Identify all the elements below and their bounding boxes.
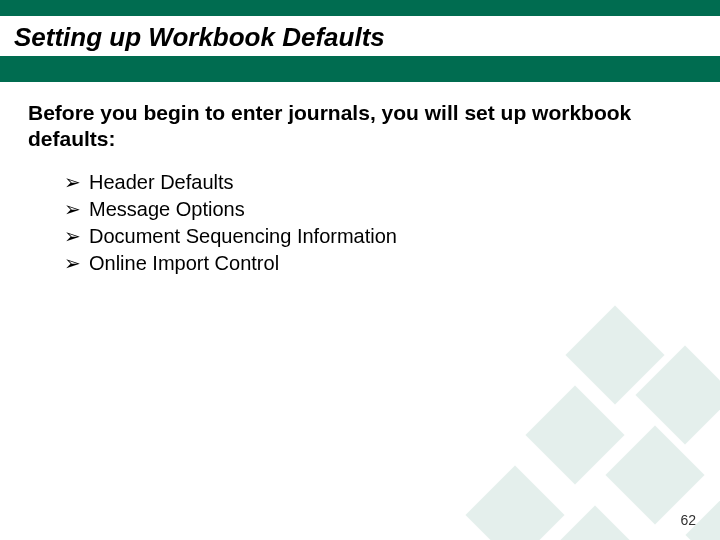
- bullet-text: Message Options: [89, 196, 245, 223]
- bullet-text: Document Sequencing Information: [89, 223, 397, 250]
- slide-title: Setting up Workbook Defaults: [14, 22, 385, 53]
- page-number: 62: [680, 512, 696, 528]
- background-pattern-icon: [420, 300, 720, 540]
- title-underline-bar: [0, 56, 720, 82]
- list-item: ➢ Online Import Control: [64, 250, 680, 277]
- svg-rect-3: [606, 426, 705, 525]
- bullet-marker-icon: ➢: [64, 250, 81, 277]
- bullet-text: Header Defaults: [89, 169, 234, 196]
- bullet-marker-icon: ➢: [64, 169, 81, 196]
- top-bar: [0, 0, 720, 16]
- bullet-marker-icon: ➢: [64, 223, 81, 250]
- bullet-list: ➢ Header Defaults ➢ Message Options ➢ Do…: [28, 169, 680, 277]
- slide: Setting up Workbook Defaults Before you …: [0, 0, 720, 540]
- svg-rect-2: [526, 386, 625, 485]
- svg-rect-4: [466, 466, 565, 540]
- list-item: ➢ Document Sequencing Information: [64, 223, 680, 250]
- slide-body: Before you begin to enter journals, you …: [28, 100, 680, 277]
- lead-text: Before you begin to enter journals, you …: [28, 100, 680, 153]
- list-item: ➢ Message Options: [64, 196, 680, 223]
- svg-rect-5: [546, 506, 645, 540]
- bullet-marker-icon: ➢: [64, 196, 81, 223]
- title-wrap: Setting up Workbook Defaults: [14, 22, 385, 53]
- list-item: ➢ Header Defaults: [64, 169, 680, 196]
- bullet-text: Online Import Control: [89, 250, 279, 277]
